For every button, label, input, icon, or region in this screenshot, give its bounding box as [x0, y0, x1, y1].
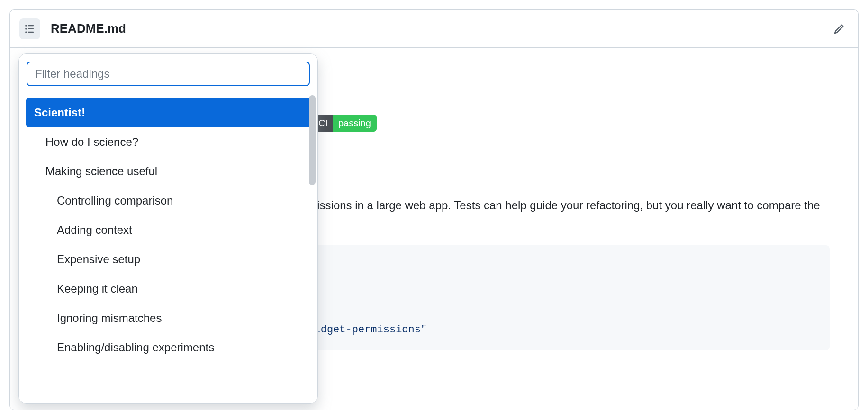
outline-item[interactable]: Keeping it clean	[26, 274, 311, 303]
readme-panel: README.md Scientist! A Ruby library for …	[9, 9, 859, 410]
ci-badge-label: CI	[318, 116, 328, 130]
code-token: "widget-permissions"	[302, 324, 427, 336]
outline-filter-input[interactable]	[27, 62, 310, 86]
pencil-icon	[833, 23, 845, 35]
ci-badge-status: passing	[333, 115, 377, 132]
outline-item[interactable]: Scientist!	[26, 98, 311, 127]
outline-popover: Scientist!How do I science?Making scienc…	[18, 53, 318, 404]
outline-item[interactable]: Ignoring mismatches	[26, 303, 311, 333]
svg-point-4	[25, 31, 27, 33]
svg-point-0	[25, 25, 27, 26]
edit-file-button[interactable]	[830, 19, 849, 38]
readme-header: README.md	[10, 10, 858, 48]
svg-rect-1	[28, 25, 34, 26]
filename-label: README.md	[51, 21, 126, 36]
outline-toggle-button[interactable]	[19, 18, 40, 39]
svg-rect-5	[28, 31, 34, 32]
scrollbar-thumb[interactable]	[309, 95, 316, 185]
outline-item[interactable]: Making science useful	[26, 157, 311, 186]
outline-item[interactable]: Expensive setup	[26, 245, 311, 274]
outline-list: Scientist!How do I science?Making scienc…	[19, 92, 317, 400]
outline-item[interactable]: How do I science?	[26, 127, 311, 157]
list-icon	[25, 24, 35, 34]
svg-rect-3	[28, 28, 34, 29]
svg-point-2	[25, 28, 27, 29]
outline-item[interactable]: Enabling/disabling experiments	[26, 333, 311, 362]
outline-item[interactable]: Adding context	[26, 215, 311, 245]
outline-item[interactable]: Controlling comparison	[26, 186, 311, 215]
